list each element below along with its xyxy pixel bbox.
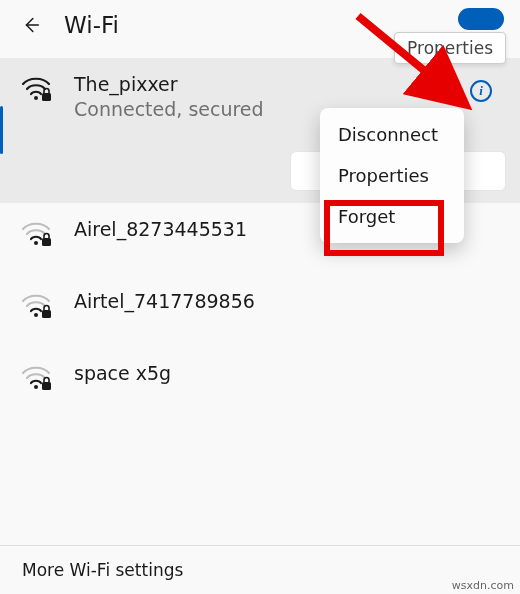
svg-rect-7 xyxy=(42,310,51,318)
svg-point-4 xyxy=(34,241,38,245)
svg-rect-5 xyxy=(42,238,51,246)
wifi-secure-weak-icon xyxy=(20,363,52,395)
wifi-secure-icon xyxy=(20,74,52,106)
wifi-secure-weak-icon xyxy=(20,291,52,323)
svg-point-6 xyxy=(34,313,38,317)
info-button[interactable]: i xyxy=(470,80,492,102)
network-ssid: space x5g xyxy=(74,361,500,386)
context-menu: Disconnect Properties Forget xyxy=(320,108,464,243)
svg-rect-9 xyxy=(42,382,51,390)
wifi-secure-weak-icon xyxy=(20,219,52,251)
back-button[interactable] xyxy=(20,14,42,36)
page-title: Wi-Fi xyxy=(64,12,119,38)
network-text: space x5g xyxy=(74,361,500,386)
network-ssid: Airtel_7417789856 xyxy=(74,289,500,314)
network-ssid: The_pixxer xyxy=(74,72,500,97)
info-icon: i xyxy=(479,83,483,99)
network-item[interactable]: space x5g xyxy=(0,347,520,419)
svg-point-8 xyxy=(34,385,38,389)
network-text: Airtel_7417789856 xyxy=(74,289,500,314)
menu-disconnect[interactable]: Disconnect xyxy=(320,114,464,155)
svg-point-2 xyxy=(34,96,38,100)
arrow-left-icon xyxy=(20,14,42,36)
watermark: wsxdn.com xyxy=(452,579,514,592)
menu-forget[interactable]: Forget xyxy=(320,196,464,237)
network-item[interactable]: Airtel_7417789856 xyxy=(0,275,520,347)
more-wifi-settings[interactable]: More Wi-Fi settings xyxy=(0,545,520,594)
svg-rect-3 xyxy=(42,93,51,101)
menu-properties[interactable]: Properties xyxy=(320,155,464,196)
properties-tooltip: Properties xyxy=(394,32,506,64)
more-wifi-label: More Wi-Fi settings xyxy=(22,560,183,580)
